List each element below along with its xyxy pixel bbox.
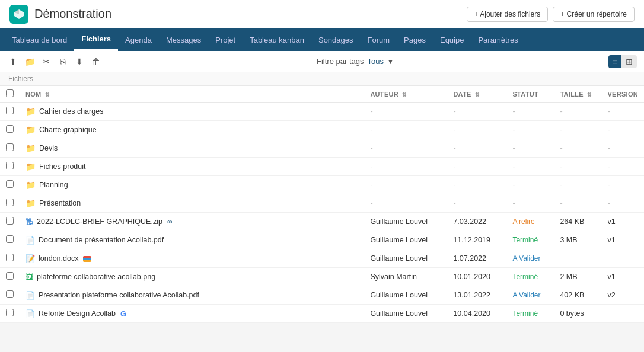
row-checkbox-5[interactable] (6, 199, 14, 206)
file-name-cell[interactable]: 🖼plateforme collaborative acollab.png (25, 273, 358, 281)
file-name-cell[interactable]: 📁Présentation (25, 199, 358, 208)
pdf-icon: 📄 (25, 236, 35, 245)
file-status: Terminé (506, 231, 554, 249)
file-date: - (447, 121, 506, 139)
nav-item-forum[interactable]: Forum (361, 28, 397, 51)
file-name-cell[interactable]: 📁Fiches produit (25, 162, 358, 171)
table-row: 📁Planning----- (0, 176, 644, 194)
file-version: - (601, 121, 644, 139)
file-name-cell[interactable]: 📁Cahier des charges (25, 107, 358, 116)
file-author: Guillaume Louvel (364, 286, 447, 305)
filter-value[interactable]: Tous (367, 57, 383, 66)
list-view-button[interactable]: ≡ (608, 55, 621, 68)
row-checkbox-7[interactable] (6, 235, 14, 243)
folder-icon: 📁 (25, 107, 36, 116)
row-checkbox-10[interactable] (6, 290, 14, 298)
cut-icon[interactable]: ✂ (40, 56, 52, 68)
file-name-cell[interactable]: 📄Presentation plateforme collaborative A… (25, 291, 358, 300)
file-version: v1 (601, 213, 644, 231)
row-checkbox-11[interactable] (6, 309, 14, 316)
nav-item-fichiers[interactable]: Fichiers (74, 28, 118, 51)
nav-item-sondages[interactable]: Sondages (311, 28, 361, 51)
link-tag-icon: ∞ (167, 217, 173, 226)
file-size: 0 bytes (554, 305, 601, 323)
file-name-cell[interactable]: 📝london.docx (25, 254, 358, 263)
row-checkbox-1[interactable] (6, 125, 14, 133)
file-date: 10.04.2020 (447, 305, 506, 323)
file-status: - (506, 158, 554, 176)
grid-view-button[interactable]: ⊞ (621, 55, 637, 68)
file-author: - (364, 103, 447, 121)
file-date: - (447, 103, 506, 121)
file-name: Présentation (39, 199, 81, 207)
nav-item-agenda[interactable]: Agenda (118, 28, 159, 51)
row-checkbox-4[interactable] (6, 180, 14, 188)
row-checkbox-8[interactable] (6, 254, 14, 261)
add-files-button[interactable]: + Ajouter des fichiers (467, 7, 549, 22)
file-date: - (447, 194, 506, 213)
file-date: - (447, 158, 506, 176)
col-header-date[interactable]: DATE ⇅ (447, 86, 506, 103)
file-name-cell[interactable]: 📁Charte graphique (25, 125, 358, 135)
file-name: plateforme collaborative acollab.png (37, 273, 155, 281)
nav-item-paramètres[interactable]: Paramètres (471, 28, 525, 51)
file-date: 10.01.2020 (447, 268, 506, 286)
row-checkbox-2[interactable] (6, 143, 14, 151)
file-version: v1 (601, 268, 644, 286)
nav-item-tableau-de-bord[interactable]: Tableau de bord (5, 28, 74, 51)
file-name: Charte graphique (39, 126, 97, 134)
file-status: Terminé (506, 305, 554, 323)
file-size (554, 249, 601, 268)
col-header-author[interactable]: AUTEUR ⇅ (364, 86, 447, 103)
row-checkbox-3[interactable] (6, 162, 14, 169)
table-header-row: NOM ⇅ AUTEUR ⇅ DATE ⇅ STATUT TAILLE ⇅ VE… (0, 86, 644, 103)
file-author: Guillaume Louvel (364, 249, 447, 268)
sort-size-icon: ⇅ (587, 92, 592, 98)
file-name-cell[interactable]: 📁Planning (25, 180, 358, 190)
col-header-size[interactable]: TAILLE ⇅ (554, 86, 601, 103)
file-icon: 📄 (25, 309, 35, 318)
file-name: Planning (39, 181, 68, 189)
file-status: A Valider (506, 249, 554, 268)
app-logo (9, 5, 28, 24)
nav-item-equipe[interactable]: Equipe (433, 28, 471, 51)
delete-icon[interactable]: 🗑 (90, 56, 102, 68)
copy-icon[interactable]: ⎘ (57, 56, 69, 68)
file-name: Devis (39, 144, 58, 152)
file-status: A relire (506, 213, 554, 231)
file-name: Presentation plateforme collaborative Ac… (39, 291, 199, 299)
download-icon[interactable]: ⬇ (74, 56, 85, 68)
filter-chevron-icon[interactable]: ▼ (387, 58, 394, 65)
col-header-name[interactable]: NOM ⇅ (20, 86, 364, 103)
file-name: london.docx (39, 254, 78, 263)
table-row: 📁Présentation----- (0, 194, 644, 213)
file-name-cell[interactable]: 📄Document de présentation Acollab.pdf (25, 236, 358, 245)
row-checkbox-6[interactable] (6, 217, 14, 225)
file-author: Guillaume Louvel (364, 231, 447, 249)
file-version: v2 (601, 286, 644, 305)
select-all-checkbox[interactable] (6, 89, 14, 97)
file-name-cell[interactable]: 📁Devis (25, 143, 358, 153)
file-size: 264 KB (554, 213, 601, 231)
png-icon: 🖼 (25, 273, 33, 281)
row-checkbox-0[interactable] (6, 107, 14, 114)
folder-icon: 📁 (25, 199, 36, 208)
row-checkbox-9[interactable] (6, 272, 14, 280)
table-row: 📁Charte graphique----- (0, 121, 644, 139)
file-name-cell[interactable]: 📄Refonte Design AcollabG (25, 309, 358, 318)
nav-item-tableau-kanban[interactable]: Tableau kanban (243, 28, 311, 51)
file-name-cell[interactable]: 🗜2022-LCDLC-BRIEF GRAPHIQUE.zip∞ (25, 217, 358, 226)
file-author: Sylvain Martin (364, 268, 447, 286)
file-status: - (506, 139, 554, 158)
add-folder-icon[interactable]: 📁 (24, 56, 36, 68)
file-author: - (364, 194, 447, 213)
create-repo-button[interactable]: + Créer un répertoire (553, 7, 635, 22)
nav-item-projet[interactable]: Projet (208, 28, 243, 51)
table-row: 🗜2022-LCDLC-BRIEF GRAPHIQUE.zip∞Guillaum… (0, 213, 644, 231)
nav-item-pages[interactable]: Pages (397, 28, 433, 51)
upload-icon[interactable]: ⬆ (7, 56, 19, 68)
toolbar: ⬆ 📁 ✂ ⎘ ⬇ 🗑 Filtre par tags Tous ▼ ≡ ⊞ (0, 51, 644, 72)
table-row: 📁Fiches produit----- (0, 158, 644, 176)
file-author: Guillaume Louvel (364, 213, 447, 231)
nav-item-messages[interactable]: Messages (159, 28, 208, 51)
